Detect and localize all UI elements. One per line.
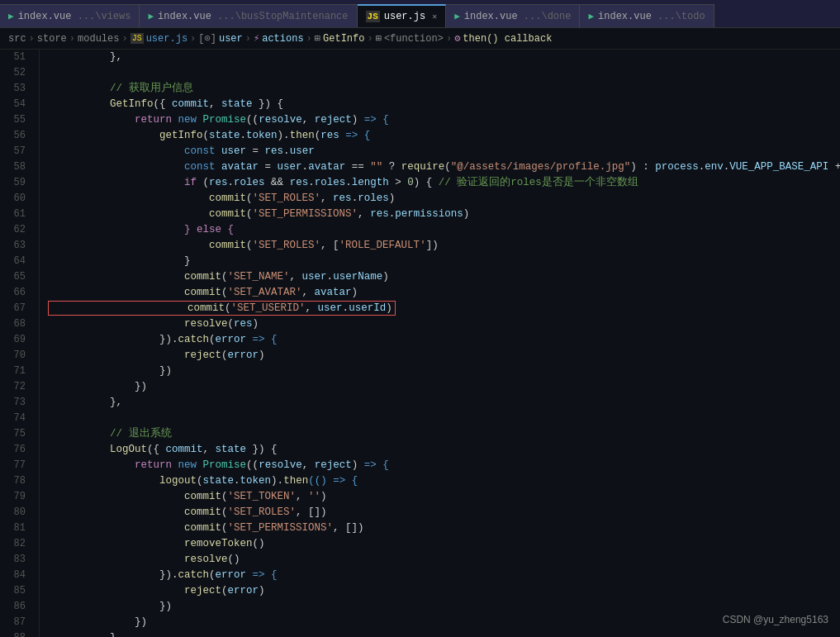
line-number: 86: [0, 599, 32, 615]
code-line: }).catch(error => {: [48, 332, 840, 348]
tab-label: index.vue ...\todo: [598, 11, 705, 22]
line-numbers: 5152535455565758596061626364656667686970…: [0, 50, 40, 637]
line-number: 84: [0, 568, 32, 583]
code-line: commit('SET_ROLES', []): [48, 505, 840, 521]
line-number: 74: [0, 411, 32, 426]
close-button[interactable]: ✕: [432, 12, 437, 21]
line-number: 76: [0, 442, 32, 458]
code-line: commit('SET_ROLES', res.roles): [48, 191, 840, 207]
code-area: 5152535455565758596061626364656667686970…: [0, 50, 840, 637]
line-number: 52: [0, 65, 32, 81]
sep: ›: [121, 33, 127, 45]
code-line: commit('SET_AVATAR', avatar): [48, 285, 840, 301]
line-number: 78: [0, 473, 32, 489]
tab-label: index.vue ...\views: [18, 11, 131, 22]
breadcrumb-user: user: [219, 33, 243, 45]
line-number: 54: [0, 97, 32, 112]
sep: ›: [69, 33, 75, 45]
code-line: return new Promise((resolve, reject) => …: [48, 112, 840, 128]
watermark: CSDN @yu_zheng5163: [723, 614, 828, 625]
line-number: 63: [0, 238, 32, 254]
code-line: commit('SET_USERID', user.userId): [48, 301, 840, 316]
breadcrumb: src › store › modules › JS user.js › [⊙]…: [0, 28, 840, 50]
line-number: 56: [0, 128, 32, 144]
code-line: }): [48, 615, 840, 630]
breadcrumb-actions-icon: ⚡: [254, 32, 259, 45]
code-line: commit('SET_TOKEN', ''): [48, 489, 840, 505]
sep: ›: [29, 33, 35, 45]
breadcrumb-cb-icon: ⚙: [454, 32, 460, 45]
breadcrumb-callback: then() callback: [463, 33, 552, 45]
line-number: 61: [0, 207, 32, 222]
line-number: 64: [0, 254, 32, 269]
code-line: LogOut({ commit, state }) {: [48, 442, 840, 458]
code-line: removeToken(): [48, 536, 840, 552]
line-number: 55: [0, 112, 32, 128]
code-line: }): [48, 364, 840, 379]
tab-label: index.vue ...\busStopMaintenance: [158, 11, 348, 22]
code-line: }): [48, 379, 840, 395]
breadcrumb-getinfo: GetInfo: [323, 33, 364, 45]
sep: ›: [306, 33, 312, 45]
code-line: },: [48, 630, 840, 637]
tab-done[interactable]: ▶ index.vue ...\done: [446, 4, 580, 27]
line-number: 79: [0, 489, 32, 505]
code-line: },: [48, 50, 840, 65]
code-line: return new Promise((resolve, reject) => …: [48, 458, 840, 473]
line-number: 71: [0, 364, 32, 379]
code-line: getInfo(state.token).then(res => {: [48, 128, 840, 144]
code-line: GetInfo({ commit, state }) {: [48, 97, 840, 112]
breadcrumb-actions: actions: [262, 33, 303, 45]
code-line: commit('SET_PERMISSIONS', res.permission…: [48, 207, 840, 222]
line-number: 75: [0, 426, 32, 442]
tab-bus-stop[interactable]: ▶ index.vue ...\busStopMaintenance: [140, 4, 357, 27]
line-number: 66: [0, 285, 32, 301]
tab-todo[interactable]: ▶ index.vue ...\todo: [580, 4, 714, 27]
line-number: 60: [0, 191, 32, 207]
code-line: }).catch(error => {: [48, 568, 840, 583]
code-line: const avatar = user.avatar == "" ? requi…: [48, 159, 840, 175]
code-line: commit('SET_ROLES', ['ROLE_DEFAULT']): [48, 238, 840, 254]
code-line: logout(state.token).then(() => {: [48, 473, 840, 489]
code-line: reject(error): [48, 583, 840, 599]
tab-user-js[interactable]: JS user.js ✕: [358, 4, 447, 27]
line-number: 62: [0, 222, 32, 238]
line-number: 77: [0, 458, 32, 473]
line-number: 85: [0, 583, 32, 599]
code-line: [48, 411, 840, 426]
tab-label: user.js: [384, 11, 425, 22]
line-number: 82: [0, 536, 32, 552]
code-line: } else {: [48, 222, 840, 238]
breadcrumb-src: src: [8, 33, 26, 45]
code-line: commit('SET_NAME', user.userName): [48, 269, 840, 285]
vue-icon: ▶: [8, 11, 14, 21]
code-line: const user = res.user: [48, 144, 840, 159]
line-number: 58: [0, 159, 32, 175]
line-number: 70: [0, 348, 32, 364]
line-number: 51: [0, 50, 32, 65]
code-line: resolve(): [48, 552, 840, 568]
code-line: if (res.roles && res.roles.length > 0) {…: [48, 175, 840, 191]
tab-label: index.vue ...\done: [464, 11, 572, 22]
breadcrumb-function: <function>: [384, 33, 444, 45]
line-number: 88: [0, 630, 32, 637]
breadcrumb-file-icon: JS: [131, 33, 144, 44]
line-number: 80: [0, 505, 32, 521]
code-line: resolve(res): [48, 316, 840, 332]
line-number: 59: [0, 175, 32, 191]
code-line: }): [48, 599, 840, 615]
vue-icon: ▶: [588, 11, 594, 21]
code-line: [48, 65, 840, 81]
breadcrumb-file: user.js: [146, 33, 187, 45]
line-number: 87: [0, 615, 32, 630]
code-line: // 获取用户信息: [48, 81, 840, 97]
vue-icon: ▶: [454, 11, 460, 21]
line-number: 83: [0, 552, 32, 568]
tab-views[interactable]: ▶ index.vue ...\views: [0, 4, 140, 27]
js-icon: JS: [366, 11, 380, 22]
code-line: // 退出系统: [48, 426, 840, 442]
line-number: 68: [0, 316, 32, 332]
code-content[interactable]: }, // 获取用户信息 GetInfo({ commit, state }) …: [40, 50, 840, 637]
line-number: 65: [0, 269, 32, 285]
line-number: 72: [0, 379, 32, 395]
